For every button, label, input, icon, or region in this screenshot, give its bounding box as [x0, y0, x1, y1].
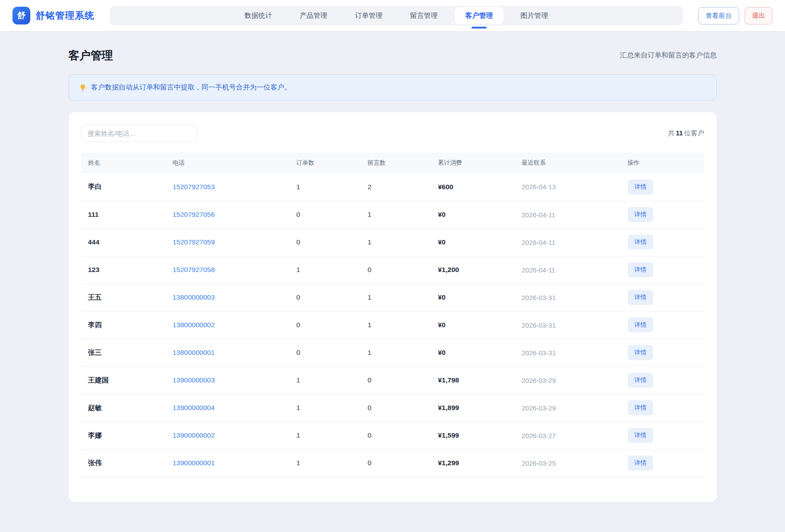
messages-count-cell: 0 — [361, 449, 431, 477]
customer-name: 李四 — [88, 321, 102, 329]
total-spend-cell: ¥0 — [431, 311, 515, 339]
column-header: 留言数 — [361, 153, 431, 173]
phone-link[interactable]: 13900000001 — [173, 459, 215, 467]
orders-count-cell: 1 — [289, 449, 361, 477]
phone-link[interactable]: 13900000004 — [173, 404, 215, 411]
customer-name-cell: 张三 — [81, 339, 166, 366]
detail-button[interactable]: 详情 — [628, 345, 653, 360]
search-input[interactable] — [81, 125, 197, 142]
table-row: 张伟1390000000110¥1,2992026-03-25详情 — [81, 449, 704, 477]
orders-count-cell: 0 — [289, 284, 361, 311]
phone-link[interactable]: 15207927058 — [173, 266, 215, 273]
detail-button[interactable]: 详情 — [628, 262, 653, 277]
phone-link[interactable]: 15207927056 — [173, 211, 215, 218]
customer-name-cell: 444 — [81, 228, 166, 256]
orders-count-cell: 1 — [289, 256, 361, 284]
count-suffix: 位客户 — [684, 129, 704, 137]
orders-count: 0 — [297, 238, 301, 246]
count-value: 11 — [675, 129, 684, 137]
total-spend-cell: ¥0 — [431, 201, 515, 228]
detail-button[interactable]: 详情 — [628, 317, 653, 333]
detail-button-cell: 详情 — [621, 228, 704, 256]
phone-link-cell: 13900000004 — [166, 394, 289, 422]
phone-link-cell: 15207927059 — [166, 228, 289, 256]
detail-button[interactable]: 详情 — [628, 207, 653, 222]
nav-tab-products[interactable]: 产品管理 — [289, 7, 338, 24]
customer-name-cell: 123 — [81, 256, 166, 284]
phone-link-cell: 13800000003 — [166, 284, 289, 311]
orders-count: 1 — [297, 459, 301, 467]
messages-count-cell: 1 — [361, 228, 431, 256]
orders-count: 1 — [297, 376, 301, 384]
total-spend-cell: ¥1,899 — [431, 394, 515, 422]
orders-count: 1 — [297, 431, 301, 439]
total-spend-cell: ¥0 — [431, 228, 515, 256]
table-row: 李白1520792705312¥6002026-04-13详情 — [81, 173, 704, 201]
detail-button[interactable]: 详情 — [628, 428, 653, 443]
phone-link-cell: 13800000001 — [166, 339, 289, 366]
count-prefix: 共 — [668, 129, 675, 137]
phone-link-cell: 13900000001 — [166, 449, 289, 477]
phone-link[interactable]: 13800000001 — [173, 349, 215, 356]
top-header: 舒 舒铭管理系统 数据统计产品管理订单管理留言管理客户管理图片管理 查看前台 退… — [0, 0, 785, 31]
phone-link[interactable]: 13800000003 — [173, 293, 215, 301]
orders-count-cell: 0 — [289, 228, 361, 256]
total-spend-cell: ¥0 — [431, 284, 515, 311]
detail-button[interactable]: 详情 — [628, 179, 653, 195]
logout-button[interactable]: 退出 — [744, 7, 773, 24]
brand-title: 舒铭管理系统 — [36, 9, 94, 22]
orders-count-cell: 1 — [289, 366, 361, 394]
total-spend: ¥1,798 — [438, 376, 459, 384]
tip-text: 客户数据自动从订单和留言中提取，同一手机号合并为一位客户。 — [91, 83, 292, 92]
nav-tab-stats[interactable]: 数据统计 — [234, 7, 283, 24]
detail-button-cell: 详情 — [621, 256, 704, 284]
phone-link-cell: 15207927053 — [166, 173, 289, 201]
detail-button-cell: 详情 — [621, 339, 704, 366]
detail-button[interactable]: 详情 — [628, 235, 653, 250]
main-content: 客户管理 汇总来自订单和留言的客户信息 客户数据自动从订单和留言中提取，同一手机… — [69, 48, 717, 502]
nav-tab-orders[interactable]: 订单管理 — [344, 7, 393, 24]
last-contact-date-cell: 2026-03-27 — [515, 422, 621, 449]
customer-name-cell: 王五 — [81, 284, 166, 311]
messages-count: 0 — [368, 404, 372, 411]
orders-count-cell: 1 — [289, 173, 361, 201]
last-contact-date: 2026-04-11 — [522, 211, 556, 219]
column-header: 累计消费 — [431, 153, 515, 173]
customer-name-cell: 李白 — [81, 173, 166, 201]
orders-count-cell: 1 — [289, 422, 361, 449]
phone-link[interactable]: 13900000002 — [173, 431, 215, 439]
main-nav: 数据统计产品管理订单管理留言管理客户管理图片管理 — [110, 6, 683, 25]
last-contact-date-cell: 2026-04-13 — [515, 173, 621, 201]
page-subtitle: 汇总来自订单和留言的客户信息 — [620, 51, 717, 60]
phone-link[interactable]: 15207927053 — [173, 183, 215, 191]
customer-name: 张伟 — [88, 459, 102, 467]
detail-button[interactable]: 详情 — [628, 455, 653, 471]
last-contact-date: 2026-03-29 — [522, 377, 556, 384]
phone-link[interactable]: 15207927059 — [173, 238, 215, 246]
nav-tab-images[interactable]: 图片管理 — [510, 7, 559, 24]
phone-link[interactable]: 13800000002 — [173, 321, 215, 329]
total-spend: ¥1,599 — [438, 431, 459, 439]
messages-count: 1 — [368, 238, 372, 246]
customer-name: 李白 — [88, 183, 102, 190]
detail-button-cell: 详情 — [621, 394, 704, 422]
column-header: 最近联系 — [515, 153, 621, 173]
customer-name-cell: 赵敏 — [81, 394, 166, 422]
view-frontend-button[interactable]: 查看前台 — [698, 7, 739, 24]
detail-button[interactable]: 详情 — [628, 400, 653, 415]
table-row: 赵敏1390000000410¥1,8992026-03-29详情 — [81, 394, 704, 422]
detail-button[interactable]: 详情 — [628, 373, 653, 388]
detail-button[interactable]: 详情 — [628, 290, 653, 305]
last-contact-date: 2026-03-29 — [522, 404, 556, 412]
last-contact-date: 2026-03-31 — [522, 294, 556, 301]
last-contact-date: 2026-04-11 — [522, 239, 556, 246]
total-spend-cell: ¥1,798 — [431, 366, 515, 394]
phone-link-cell: 13900000003 — [166, 366, 289, 394]
total-spend-cell: ¥1,599 — [431, 422, 515, 449]
customer-name: 王建国 — [88, 376, 109, 384]
nav-tab-customers[interactable]: 客户管理 — [455, 7, 504, 24]
phone-link-cell: 13800000002 — [166, 311, 289, 339]
nav-tab-messages[interactable]: 留言管理 — [399, 7, 448, 24]
orders-count: 1 — [297, 266, 301, 273]
phone-link[interactable]: 13900000003 — [173, 376, 215, 384]
